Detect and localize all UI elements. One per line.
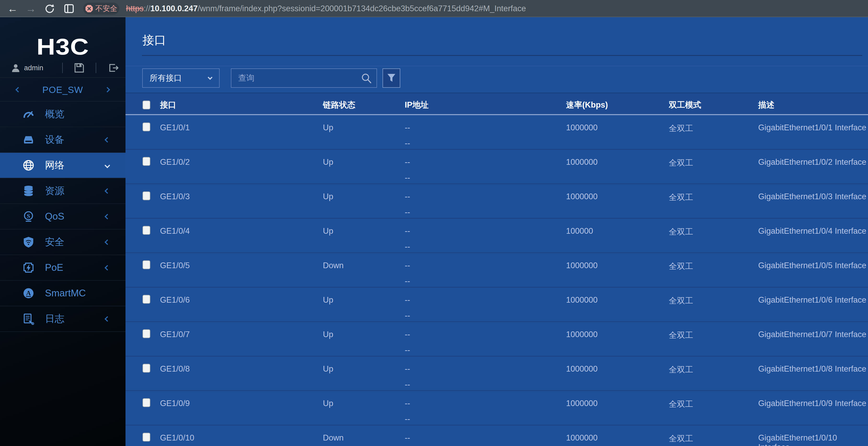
table-row: GE1/0/10 Down -- -- 1000000 全双工 GigabitE… bbox=[125, 425, 868, 446]
select-all-checkbox[interactable] bbox=[143, 101, 150, 109]
cell-duplex: 全双工 bbox=[669, 184, 758, 218]
cell-ip-address: -- -- bbox=[405, 391, 566, 425]
address-bar[interactable]: https://10.100.0.247/wnm/frame/index.php… bbox=[126, 0, 526, 17]
ipv4-value: -- bbox=[405, 433, 566, 443]
logout-button[interactable] bbox=[108, 62, 119, 73]
sidebar-item-poe[interactable]: PoE bbox=[0, 255, 125, 281]
row-checkbox[interactable] bbox=[143, 295, 150, 304]
ipv4-value: -- bbox=[405, 158, 566, 167]
ipv6-value: -- bbox=[405, 208, 566, 217]
svg-text:S: S bbox=[27, 213, 30, 219]
sidebar: H3C admin bbox=[0, 17, 125, 446]
cell-speed: 1000000 bbox=[566, 287, 669, 321]
advanced-filter-button[interactable] bbox=[382, 68, 400, 88]
cell-ip-address: -- -- bbox=[405, 322, 566, 356]
back-arrow-icon: ← bbox=[7, 3, 18, 14]
user-menu[interactable]: admin bbox=[11, 63, 43, 73]
sidebar-item-resources[interactable]: 资源 bbox=[0, 178, 125, 204]
prev-device-button[interactable] bbox=[16, 87, 21, 93]
cell-ip-address: -- -- bbox=[405, 287, 566, 321]
cell-interface: GE1/0/8 bbox=[160, 356, 323, 390]
search-icon[interactable] bbox=[361, 73, 372, 84]
table-body: GE1/0/1 Up -- -- 1000000 全双工 GigabitEthe… bbox=[125, 115, 868, 446]
sidebar-item-overview[interactable]: 概览 bbox=[0, 102, 125, 127]
row-checkbox[interactable] bbox=[143, 329, 150, 338]
browser-split-view-button[interactable] bbox=[62, 0, 76, 17]
sidebar-item-smartmc[interactable]: A SmartMC bbox=[0, 281, 125, 306]
cell-description: GigabitEthernet1/0/9 Interface bbox=[758, 391, 868, 425]
cell-interface: GE1/0/1 bbox=[160, 115, 323, 149]
device-name-label: POE_SW bbox=[42, 84, 83, 95]
cell-speed: 1000000 bbox=[566, 356, 669, 390]
row-checkbox[interactable] bbox=[143, 123, 150, 131]
username-label: admin bbox=[24, 64, 43, 72]
row-checkbox[interactable] bbox=[143, 226, 150, 235]
cell-link-status: Up bbox=[323, 391, 405, 425]
sidebar-menu: 概览 设备 网络 bbox=[0, 102, 125, 332]
column-header-interface: 接口 bbox=[160, 93, 323, 114]
globe-icon bbox=[23, 159, 34, 171]
table-row: GE1/0/2 Up -- -- 1000000 全双工 GigabitEthe… bbox=[125, 150, 868, 184]
url-host: 10.100.0.247 bbox=[150, 4, 198, 13]
cell-speed: 1000000 bbox=[566, 184, 669, 218]
url-path: /wnm/frame/index.php?sessionid=200001b71… bbox=[198, 4, 526, 13]
sidebar-item-label: 安全 bbox=[45, 236, 64, 249]
column-header-link-status: 链路状态 bbox=[323, 93, 405, 114]
cell-speed: 1000000 bbox=[566, 322, 669, 356]
cell-duplex: 全双工 bbox=[669, 115, 758, 149]
poe-power-icon bbox=[23, 262, 34, 274]
cell-link-status: Up bbox=[323, 184, 405, 218]
column-header-ip-address: IP地址 bbox=[405, 93, 566, 114]
reload-icon bbox=[45, 4, 55, 13]
row-checkbox[interactable] bbox=[143, 157, 150, 166]
chevron-left-icon bbox=[104, 188, 110, 194]
row-checkbox[interactable] bbox=[143, 260, 150, 269]
save-configuration-button[interactable] bbox=[74, 62, 85, 73]
browser-reload-button[interactable] bbox=[43, 0, 57, 17]
url-separator: :// bbox=[144, 4, 150, 13]
search-box bbox=[231, 68, 377, 88]
cell-ip-address: -- -- bbox=[405, 184, 566, 218]
search-input[interactable] bbox=[231, 69, 376, 87]
row-checkbox[interactable] bbox=[143, 364, 150, 373]
browser-back-button[interactable]: ← bbox=[6, 0, 19, 17]
browser-forward-button[interactable]: → bbox=[24, 0, 38, 17]
next-device-button[interactable] bbox=[104, 87, 110, 93]
ipv4-value: -- bbox=[405, 192, 566, 201]
device-icon bbox=[23, 134, 34, 146]
row-checkbox[interactable] bbox=[143, 192, 150, 200]
table-row: GE1/0/6 Up -- -- 1000000 全双工 GigabitEthe… bbox=[125, 287, 868, 322]
sidebar-item-security[interactable]: 安全 bbox=[0, 230, 125, 255]
cell-description: GigabitEthernet1/0/1 Interface bbox=[758, 115, 868, 149]
sidebar-item-device[interactable]: 设备 bbox=[0, 127, 125, 153]
divider bbox=[142, 55, 862, 56]
column-header-speed: 速率(Kbps) bbox=[566, 93, 669, 114]
row-checkbox[interactable] bbox=[143, 398, 150, 407]
column-header-description: 描述 bbox=[758, 93, 868, 114]
filter-funnel-icon bbox=[387, 73, 396, 83]
interface-type-dropdown[interactable]: 所有接口 bbox=[142, 68, 220, 88]
sidebar-item-label: SmartMC bbox=[45, 288, 86, 299]
cell-description: GigabitEthernet1/0/8 Interface bbox=[758, 356, 868, 390]
cell-ip-address: -- -- bbox=[405, 253, 566, 287]
logout-icon bbox=[108, 62, 119, 73]
ipv4-value: -- bbox=[405, 261, 566, 270]
sidebar-item-label: PoE bbox=[45, 262, 63, 273]
table-row: GE1/0/4 Up -- -- 100000 全双工 GigabitEther… bbox=[125, 218, 868, 253]
table-row: GE1/0/9 Up -- -- 1000000 全双工 GigabitEthe… bbox=[125, 391, 868, 425]
security-badge-label: 不安全 bbox=[95, 4, 117, 13]
ipv6-value: -- bbox=[405, 242, 566, 251]
sidebar-item-network[interactable]: 网络 bbox=[0, 153, 125, 178]
sidebar-item-qos[interactable]: S QoS bbox=[0, 204, 125, 230]
shield-icon bbox=[23, 236, 34, 248]
row-checkbox[interactable] bbox=[143, 433, 150, 442]
sidebar-item-log[interactable]: 日志 bbox=[0, 306, 125, 332]
cell-interface: GE1/0/7 bbox=[160, 322, 323, 356]
ipv6-value: -- bbox=[405, 345, 566, 355]
cell-link-status: Up bbox=[323, 322, 405, 356]
cell-speed: 1000000 bbox=[566, 150, 669, 183]
sidebar-item-label: 网络 bbox=[45, 159, 64, 172]
ipv6-value: -- bbox=[405, 277, 566, 286]
security-badge[interactable]: 不安全 bbox=[83, 3, 119, 14]
cell-speed: 1000000 bbox=[566, 115, 669, 149]
